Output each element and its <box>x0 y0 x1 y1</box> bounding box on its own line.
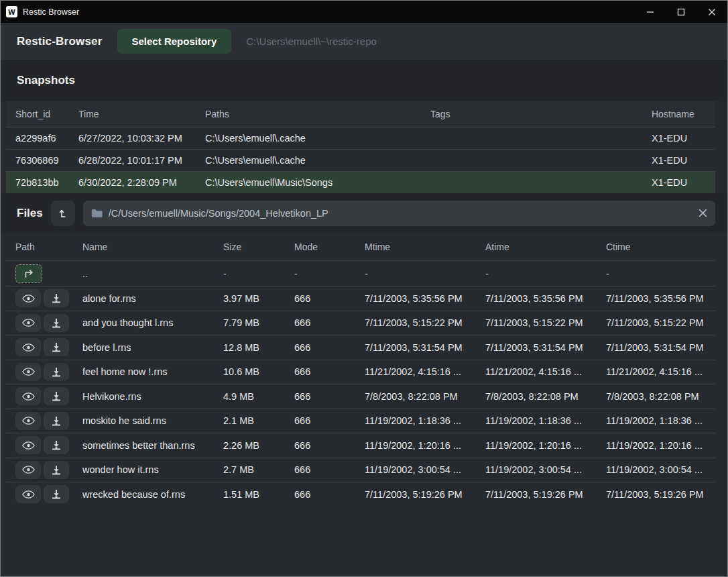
file-mode: 666 <box>294 440 365 451</box>
file-mtime: 11/19/2002, 1:18:36 ... <box>365 415 485 426</box>
current-path-input[interactable] <box>109 208 692 219</box>
folder-icon <box>91 208 103 218</box>
parent-directory-row: .. - - - - - <box>6 260 715 286</box>
file-ctime: 7/8/2003, 8:22:08 PM <box>606 391 715 402</box>
file-mtime: 7/11/2003, 5:19:26 PM <box>365 489 485 500</box>
snapshots-section-header: Snapshots <box>1 60 727 101</box>
parent-row-mode: - <box>294 268 365 279</box>
file-mode: 666 <box>294 366 365 377</box>
preview-file-button[interactable] <box>15 461 41 479</box>
file-mode: 666 <box>294 317 365 328</box>
download-file-button[interactable] <box>44 338 69 356</box>
maximize-icon <box>677 8 685 16</box>
snapshot-short-id: 76306869 <box>15 155 78 166</box>
close-button[interactable] <box>696 1 727 23</box>
clear-path-button[interactable] <box>699 209 707 217</box>
preview-file-button[interactable] <box>15 363 41 381</box>
file-size: 10.6 MB <box>223 366 294 377</box>
file-ctime: 11/19/2002, 1:18:36 ... <box>606 415 715 426</box>
preview-file-button[interactable] <box>15 436 41 454</box>
parent-row-name: .. <box>82 268 223 279</box>
snapshot-hostname: X1-EDU <box>652 177 715 188</box>
files-table-body: alone for.rns 3.97 MB 666 7/11/2003, 5:3… <box>1 286 727 507</box>
file-ctime: 7/11/2003, 5:31:54 PM <box>606 342 715 353</box>
preview-file-button[interactable] <box>15 387 41 405</box>
file-row: wonder how it.rns 2.7 MB 666 11/19/2002,… <box>6 458 715 482</box>
file-name: alone for.rns <box>82 293 223 304</box>
snapshot-hostname: X1-EDU <box>652 133 715 144</box>
file-row: sometimes better than.rns 2.26 MB 666 11… <box>6 433 715 458</box>
file-ctime: 11/19/2002, 1:20:16 ... <box>606 440 715 451</box>
download-file-button[interactable] <box>44 461 69 479</box>
column-header-size: Size <box>223 242 294 252</box>
file-mode: 666 <box>294 342 365 353</box>
download-file-button[interactable] <box>44 289 69 307</box>
preview-file-button[interactable] <box>15 338 41 356</box>
file-mode: 666 <box>294 464 365 475</box>
download-icon <box>51 318 62 328</box>
file-name: before l.rns <box>82 342 223 353</box>
file-ctime: 7/11/2003, 5:35:56 PM <box>606 293 715 304</box>
file-mtime: 7/11/2003, 5:35:56 PM <box>365 293 485 304</box>
download-file-button[interactable] <box>44 314 69 332</box>
file-atime: 11/19/2002, 1:20:16 ... <box>485 440 606 451</box>
app-header: Restic-Browser Select Repository C:\User… <box>1 23 727 60</box>
file-name: moskito he said.rns <box>82 415 223 426</box>
go-up-directory-button[interactable] <box>15 264 42 283</box>
file-atime: 7/11/2003, 5:15:22 PM <box>485 317 606 328</box>
download-file-button[interactable] <box>44 387 69 405</box>
file-name: and you thought l.rns <box>82 317 223 328</box>
snapshot-row[interactable]: 76306869 6/28/2022, 10:01:17 PM C:\Users… <box>6 149 715 171</box>
download-icon <box>51 367 62 377</box>
file-atime: 7/11/2003, 5:31:54 PM <box>485 342 606 353</box>
file-row: wrecked because of.rns 1.51 MB 666 7/11/… <box>6 482 715 507</box>
column-header-atime: Atime <box>485 242 606 252</box>
eye-icon <box>22 294 35 303</box>
download-file-button[interactable] <box>44 363 69 381</box>
parent-row-ctime: - <box>606 268 715 279</box>
minimize-button[interactable] <box>635 1 666 23</box>
column-header-name: Name <box>82 242 223 252</box>
go-to-root-button[interactable] <box>51 201 75 226</box>
snapshot-row[interactable]: 72b813bb 6/30/2022, 2:28:09 PM C:\Users\… <box>6 171 715 193</box>
column-header-tags: Tags <box>430 109 652 119</box>
file-size: 7.79 MB <box>223 317 294 328</box>
file-size: 2.26 MB <box>223 440 294 451</box>
download-file-button[interactable] <box>44 436 69 454</box>
preview-file-button[interactable] <box>15 412 41 430</box>
preview-file-button[interactable] <box>15 289 41 307</box>
files-heading: Files <box>17 207 43 220</box>
snapshot-paths: C:\Users\emuell\.cache <box>205 155 430 166</box>
download-file-button[interactable] <box>44 485 69 503</box>
current-path-box <box>83 201 715 226</box>
download-file-button[interactable] <box>44 412 69 430</box>
file-atime: 11/21/2002, 4:15:16 ... <box>485 366 606 377</box>
file-atime: 11/19/2002, 3:00:54 ... <box>485 464 606 475</box>
select-repository-button[interactable]: Select Repository <box>117 29 232 54</box>
snapshot-short-id: a2299af6 <box>15 133 78 144</box>
file-ctime: 7/11/2003, 5:15:22 PM <box>606 317 715 328</box>
file-mtime: 11/21/2002, 4:15:16 ... <box>365 366 485 377</box>
maximize-button[interactable] <box>666 1 696 23</box>
snapshot-time: 6/30/2022, 2:28:09 PM <box>78 177 205 188</box>
download-icon <box>51 416 62 426</box>
file-mtime: 7/8/2003, 8:22:08 PM <box>365 391 485 402</box>
download-icon <box>51 391 62 401</box>
snapshots-table-header: Short_id Time Paths Tags Hostname <box>6 101 715 127</box>
restic-browser-window: { "titlebar": { "logo_text": "W", "title… <box>0 0 728 577</box>
close-icon <box>708 8 716 16</box>
file-mtime: 11/19/2002, 1:20:16 ... <box>365 440 485 451</box>
preview-file-button[interactable] <box>15 485 41 503</box>
file-size: 3.97 MB <box>223 293 294 304</box>
up-level-icon <box>58 208 68 219</box>
file-row: feel home now !.rns 10.6 MB 666 11/21/20… <box>6 360 715 384</box>
column-header-paths: Paths <box>205 109 430 119</box>
snapshot-time: 6/28/2022, 10:01:17 PM <box>78 155 205 166</box>
window-title: Restic Browser <box>23 7 79 17</box>
column-header-mode: Mode <box>294 242 365 252</box>
file-atime: 7/11/2003, 5:35:56 PM <box>485 293 606 304</box>
preview-file-button[interactable] <box>15 314 41 332</box>
file-atime: 11/19/2002, 1:18:36 ... <box>485 415 606 426</box>
snapshot-row[interactable]: a2299af6 6/27/2022, 10:03:32 PM C:\Users… <box>6 127 715 149</box>
app-title: Restic-Browser <box>17 35 103 48</box>
